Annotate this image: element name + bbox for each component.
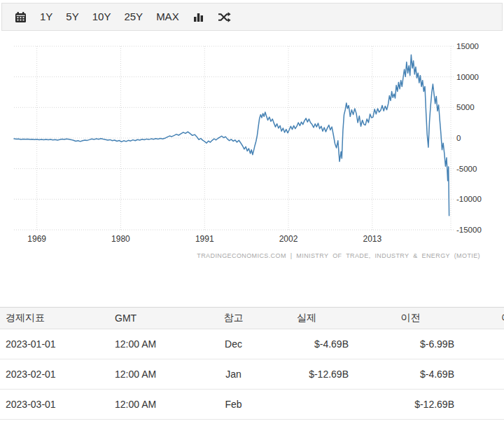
calendar-icon[interactable] xyxy=(15,11,27,23)
table-row: 2023-02-01 12:00 AM Jan $-12.69B $-4.69B… xyxy=(0,359,504,390)
x-axis-tick-label: 2002 xyxy=(279,234,298,244)
cell-date: 2023-03-01 xyxy=(0,390,104,420)
x-axis-tick-label: 1969 xyxy=(27,234,46,244)
y-axis-tick-label: 10000 xyxy=(456,73,479,81)
cell-forecast: $-6.74B xyxy=(472,329,504,359)
y-axis-tick-label: -5000 xyxy=(456,165,477,173)
table-row: 2023-03-01 12:00 AM Feb $-12.69B xyxy=(0,390,504,420)
cell-previous: $-12.69B xyxy=(366,390,472,420)
economic-calendar-table: 경제지표 GMT 참고 실제 이전 예측치 2023-01-01 12:00 A… xyxy=(0,307,504,420)
y-axis-tick-label: 5000 xyxy=(456,103,475,111)
table-row: 2023-01-01 12:00 AM Dec $-4.69B $-6.99B … xyxy=(0,329,504,359)
cell-actual: $-12.69B xyxy=(264,359,366,390)
range-button-10y[interactable]: 10Y xyxy=(92,3,111,31)
range-button-25y[interactable]: 25Y xyxy=(124,3,143,31)
col-header-forecast: 예측치 xyxy=(472,308,504,329)
cell-actual: $-4.69B xyxy=(264,329,366,359)
range-button-max[interactable]: MAX xyxy=(156,3,179,31)
cell-actual xyxy=(264,390,366,420)
col-header-actual: 실제 xyxy=(264,308,366,329)
y-axis-tick-label: -10000 xyxy=(456,195,482,203)
col-header-previous: 이전 xyxy=(366,308,472,329)
cell-gmt: 12:00 AM xyxy=(104,390,203,420)
cell-reference: Jan xyxy=(203,359,264,390)
chart-toolbar: 1Y 5Y 10Y 25Y MAX xyxy=(1,3,503,31)
series-line xyxy=(14,55,449,216)
chart-area[interactable]: 150001000050000-5000-10000-1500019691980… xyxy=(0,34,504,244)
y-axis-tick-label: 15000 xyxy=(456,42,479,50)
y-axis-tick-label: -15000 xyxy=(456,226,482,234)
x-axis-tick-label: 2013 xyxy=(363,234,382,244)
cell-reference: Dec xyxy=(203,329,264,359)
cell-gmt: 12:00 AM xyxy=(104,359,203,390)
cell-previous: $-6.99B xyxy=(366,329,472,359)
cell-date: 2023-01-01 xyxy=(0,329,104,359)
table-header-row: 경제지표 GMT 참고 실제 이전 예측치 xyxy=(0,308,504,329)
bar-chart-icon[interactable] xyxy=(192,11,204,23)
y-axis-tick-label: 0 xyxy=(456,134,461,142)
shuffle-icon[interactable] xyxy=(218,11,231,23)
cell-forecast xyxy=(472,390,504,420)
cell-forecast: $-9.27B xyxy=(472,359,504,390)
x-axis-tick-label: 1980 xyxy=(111,234,130,244)
range-button-5y[interactable]: 5Y xyxy=(66,3,78,31)
col-header-reference: 참고 xyxy=(203,308,264,329)
line-chart: 150001000050000-5000-10000-1500019691980… xyxy=(0,34,504,244)
cell-gmt: 12:00 AM xyxy=(104,329,203,359)
chart-attribution: TRADINGECONOMICS.COM | MINISTRY OF TRADE… xyxy=(0,252,480,259)
col-header-gmt: GMT xyxy=(104,308,203,329)
range-button-1y[interactable]: 1Y xyxy=(40,3,52,31)
cell-reference: Feb xyxy=(203,390,264,420)
cell-previous: $-4.69B xyxy=(366,359,472,390)
x-axis-tick-label: 1991 xyxy=(195,234,214,244)
col-header-indicator: 경제지표 xyxy=(0,308,104,329)
cell-date: 2023-02-01 xyxy=(0,359,104,390)
